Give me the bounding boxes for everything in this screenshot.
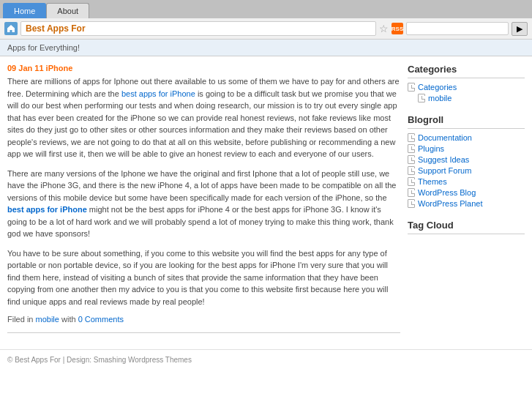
sidebar-categories-list: Categories mobile (408, 83, 525, 102)
sidebar-tagcloud-title: Tag Cloud (408, 220, 525, 234)
doc-icon (408, 199, 415, 208)
content-area: 09 Jan 11 iPhone There are millions of a… (7, 64, 400, 342)
list-item: Suggest Ideas (408, 155, 525, 164)
sidebar-blogroll-title: Blogroll (408, 114, 525, 129)
list-item: WordPress Planet (408, 199, 525, 208)
sidebar-categories-section: Categories Categories mobile (408, 64, 525, 102)
blogroll-suggest-ideas-link[interactable]: Suggest Ideas (418, 155, 469, 164)
search-input[interactable] (406, 22, 509, 35)
sidebar-tagcloud-section: Tag Cloud (408, 220, 525, 234)
bookmark-icon[interactable]: ☆ (379, 23, 389, 34)
post-title-highlight: iPhone (46, 64, 73, 72)
sidebar-blogroll-section: Blogroll Documentation Plugins Suggest I… (408, 114, 525, 208)
post-paragraph-1: There are millions of apps for Iphone ou… (7, 75, 400, 160)
sidebar-mobile-link[interactable]: mobile (428, 94, 452, 102)
doc-icon (408, 155, 415, 164)
list-item: Themes (408, 177, 525, 186)
blogroll-support-forum-link[interactable]: Support Forum (418, 166, 471, 175)
rss-icon[interactable]: RSS (391, 23, 403, 34)
tab-about[interactable]: About (46, 3, 89, 18)
footer: © Best Apps For | Design: Smashing Wordp… (0, 349, 532, 370)
url-bar[interactable]: Best Apps For (20, 21, 376, 36)
post-meta-comments-link[interactable]: 0 Comments (78, 315, 124, 324)
post-link-1[interactable]: best apps for iPhone (121, 89, 195, 98)
list-item: Support Forum (408, 166, 525, 175)
blogroll-wordpress-planet-link[interactable]: WordPress Planet (418, 199, 482, 208)
blogroll-plugins-link[interactable]: Plugins (418, 144, 444, 153)
doc-icon (408, 177, 415, 186)
list-item: WordPress Blog (408, 188, 525, 197)
post-meta-category-link[interactable]: mobile (36, 315, 59, 324)
sidebar-categories-link[interactable]: Categories (418, 83, 457, 92)
doc-icon (408, 166, 415, 175)
sidebar: Categories Categories mobile Blogroll Do… (408, 64, 525, 342)
address-bar: Best Apps For ☆ RSS ▶ (0, 18, 532, 40)
browser-chrome: Home About Best Apps For ☆ RSS ▶ (0, 0, 532, 40)
doc-icon (408, 83, 415, 92)
post-meta: Filed in mobile with 0 Comments (7, 315, 400, 324)
sidebar-blogroll-list: Documentation Plugins Suggest Ideas Supp… (408, 133, 525, 208)
main-container: 09 Jan 11 iPhone There are millions of a… (0, 56, 532, 349)
blogroll-documentation-link[interactable]: Documentation (418, 133, 472, 142)
post-paragraph-2: There are many versions of the Iphone we… (7, 168, 400, 240)
doc-icon (408, 144, 415, 153)
tab-home[interactable]: Home (3, 3, 46, 18)
blogroll-themes-link[interactable]: Themes (418, 177, 447, 186)
post-paragraph-3: You have to be sure about something, if … (7, 247, 400, 308)
list-item: Plugins (408, 144, 525, 153)
list-item: Documentation (408, 133, 525, 142)
go-button[interactable]: ▶ (512, 22, 528, 36)
tagline-bar: Apps for Everything! (0, 40, 532, 56)
blogroll-wordpress-blog-link[interactable]: WordPress Blog (418, 188, 476, 197)
home-icon[interactable] (4, 22, 18, 35)
post-link-2[interactable]: best apps for iPhone (7, 205, 87, 214)
post-date: 09 Jan 11 iPhone (7, 64, 400, 72)
sidebar-categories-title: Categories (408, 64, 525, 78)
post: 09 Jan 11 iPhone There are millions of a… (7, 64, 400, 324)
doc-icon (418, 94, 425, 102)
list-item: mobile (408, 94, 525, 102)
doc-icon (408, 188, 415, 197)
tab-bar: Home About (0, 0, 532, 18)
list-item: Categories (408, 83, 525, 92)
content-divider (7, 332, 400, 333)
doc-icon (408, 133, 415, 142)
